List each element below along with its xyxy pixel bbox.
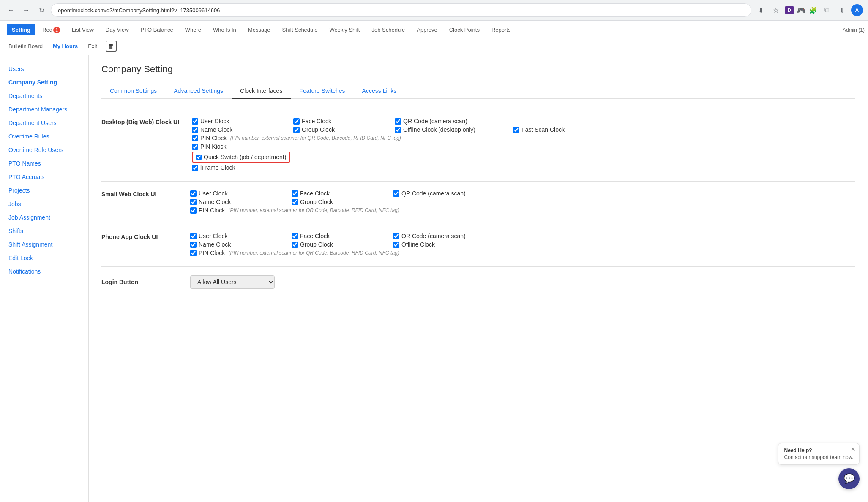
desktop-quick-switch-checkbox[interactable] [196, 155, 202, 160]
desktop-name-clock-checkbox[interactable] [192, 127, 198, 133]
small-pin-clock-checkbox[interactable] [190, 207, 197, 214]
small-pin-clock-item: PIN Clock (PIN number, external scanner … [190, 207, 444, 214]
nav-tab-list-view[interactable]: List View [67, 24, 99, 35]
extension-puzzle-icon: 🧩 [809, 6, 817, 14]
phone-user-clock-checkbox[interactable] [190, 233, 197, 239]
sidebar-item-projects[interactable]: Projects [0, 184, 88, 197]
tab-advanced-settings[interactable]: Advanced Settings [165, 83, 232, 99]
phone-qr-code-checkbox[interactable] [393, 233, 399, 239]
desktop-pin-kiosk-checkbox[interactable] [192, 144, 198, 150]
small-name-clock-checkbox[interactable] [190, 199, 197, 205]
sidebar-item-overtime-rules[interactable]: Overtime Rules [0, 130, 88, 143]
desktop-user-clock-checkbox[interactable] [192, 118, 198, 125]
content-area: Company Setting Common Settings Advanced… [89, 55, 868, 502]
support-close-icon[interactable]: ✕ [851, 446, 856, 453]
desktop-quick-switch-label: Quick Switch (job / department) [204, 154, 286, 160]
sidebar-item-edit-lock[interactable]: Edit Lock [0, 251, 88, 265]
sidebar-item-department-managers[interactable]: Department Managers [0, 103, 88, 116]
sidebar-item-overtime-rule-users[interactable]: Overtime Rule Users [0, 143, 88, 157]
bookmark-icon[interactable]: ☆ [770, 4, 782, 16]
small-row-3: PIN Clock (PIN number, external scanner … [190, 207, 855, 215]
small-name-clock-item: Name Clock [190, 198, 292, 205]
nav-tab-reports[interactable]: Reports [486, 24, 516, 35]
small-web-section: Small Web Clock UI User Clock Face Clock… [101, 182, 855, 224]
sidebar-item-pto-names[interactable]: PTO Names [0, 157, 88, 170]
address-bar[interactable] [51, 3, 751, 17]
sidebar-item-jobs[interactable]: Jobs [0, 197, 88, 211]
sidebar-item-pto-accruals[interactable]: PTO Accruals [0, 170, 88, 184]
back-button[interactable]: ← [5, 4, 17, 16]
sidebar-item-shift-assignment[interactable]: Shift Assignment [0, 238, 88, 251]
nav-tab-job-schedule[interactable]: Job Schedule [366, 24, 410, 35]
my-hours-link[interactable]: My Hours [51, 42, 79, 50]
sidebar-item-notifications[interactable]: Notifications [0, 265, 88, 278]
phone-offline-clock-checkbox[interactable] [393, 242, 399, 248]
login-button-select[interactable]: Allow All Users Restrict Users [190, 275, 275, 289]
nav-tab-day-view[interactable]: Day View [101, 24, 134, 35]
desktop-pin-clock-checkbox[interactable] [192, 135, 198, 141]
screen-toggle-icon[interactable]: ▦ [106, 41, 117, 52]
nav-tab-setting[interactable]: Setting [7, 24, 35, 35]
desktop-group-clock-label: Group Clock [302, 126, 335, 133]
tab-access-links[interactable]: Access Links [354, 83, 405, 99]
support-text: Contact our support team now. [784, 454, 853, 460]
sidebar-item-department-users[interactable]: Department Users [0, 116, 88, 130]
phone-qr-code-label: QR Code (camera scan) [401, 233, 466, 239]
phone-name-clock-checkbox[interactable] [190, 242, 197, 248]
phone-pin-clock-checkbox[interactable] [190, 250, 197, 256]
desktop-section: Desktop (Big Web) Clock UI User Clock Fa… [101, 109, 855, 182]
extensions-button[interactable]: ⧉ [821, 4, 833, 16]
desktop-fast-scan-checkbox[interactable] [513, 127, 519, 133]
small-group-clock-label: Group Clock [300, 198, 333, 205]
sidebar-item-departments[interactable]: Departments [0, 89, 88, 103]
small-group-clock-checkbox[interactable] [292, 199, 298, 205]
nav-tab-req[interactable]: Req1 [37, 24, 65, 35]
nav-tab-approve[interactable]: Approve [412, 24, 442, 35]
desktop-iframe-clock-checkbox[interactable] [192, 165, 198, 171]
nav-tab-where[interactable]: Where [180, 24, 206, 35]
tab-common-settings[interactable]: Common Settings [101, 83, 165, 99]
phone-group-clock-label: Group Clock [300, 241, 333, 248]
desktop-iframe-clock-item: iFrame Clock [192, 164, 293, 171]
forward-button[interactable]: → [20, 4, 32, 16]
small-group-clock-item: Group Clock [292, 198, 393, 205]
desktop-section-label: Desktop (Big Web) Clock UI [101, 118, 179, 173]
small-user-clock-checkbox[interactable] [190, 190, 197, 197]
nav-tab-clock-points[interactable]: Clock Points [444, 24, 485, 35]
sidebar-item-company-setting[interactable]: Company Setting [0, 76, 88, 89]
desktop-pin-clock-note: (PIN number, external scanner for QR Cod… [229, 135, 401, 141]
browser-chrome: ← → ↻ ⬇ ☆ D 🎮 🧩 ⧉ ⇓ A [0, 0, 868, 21]
nav-tab-shift-schedule[interactable]: Shift Schedule [277, 24, 323, 35]
exit-button[interactable]: Exit [86, 42, 99, 50]
desktop-group-clock-item: Group Clock [293, 126, 395, 133]
nav-tab-pto-balance[interactable]: PTO Balance [136, 24, 178, 35]
reload-button[interactable]: ↻ [35, 4, 47, 16]
phone-user-clock-label: User Clock [199, 233, 227, 239]
download-page-icon[interactable]: ⬇ [755, 4, 767, 16]
profile-avatar[interactable]: A [851, 4, 863, 16]
desktop-group-clock-checkbox[interactable] [293, 127, 300, 133]
desktop-row-1: User Clock Face Clock QR Code (camera sc… [192, 118, 855, 126]
download-icon[interactable]: ⇓ [836, 4, 848, 16]
desktop-iframe-clock-label: iFrame Clock [200, 164, 235, 171]
desktop-pin-kiosk-item: PIN Kiosk [192, 143, 293, 150]
phone-face-clock-checkbox[interactable] [292, 233, 298, 239]
nav-tab-message[interactable]: Message [243, 24, 276, 35]
desktop-qr-code-checkbox[interactable] [395, 118, 401, 125]
desktop-face-clock-checkbox[interactable] [293, 118, 300, 125]
phone-group-clock-checkbox[interactable] [292, 242, 298, 248]
tab-feature-switches[interactable]: Feature Switches [291, 83, 353, 99]
chat-button[interactable]: 💬 [838, 468, 860, 489]
desktop-offline-clock-checkbox[interactable] [395, 127, 401, 133]
tab-clock-interfaces[interactable]: Clock Interfaces [232, 83, 291, 99]
nav-tab-who-is-in[interactable]: Who Is In [208, 24, 241, 35]
bulletin-board-link[interactable]: Bulletin Board [7, 42, 44, 50]
small-qr-code-checkbox[interactable] [393, 190, 399, 197]
desktop-face-clock-item: Face Clock [293, 118, 395, 125]
sidebar-item-shifts[interactable]: Shifts [0, 224, 88, 238]
nav-tab-weekly-shift[interactable]: Weekly Shift [324, 24, 365, 35]
small-face-clock-checkbox[interactable] [292, 190, 298, 197]
phone-group-clock-item: Group Clock [292, 241, 393, 248]
sidebar-item-users[interactable]: Users [0, 62, 88, 76]
sidebar-item-job-assignment[interactable]: Job Assignment [0, 211, 88, 224]
